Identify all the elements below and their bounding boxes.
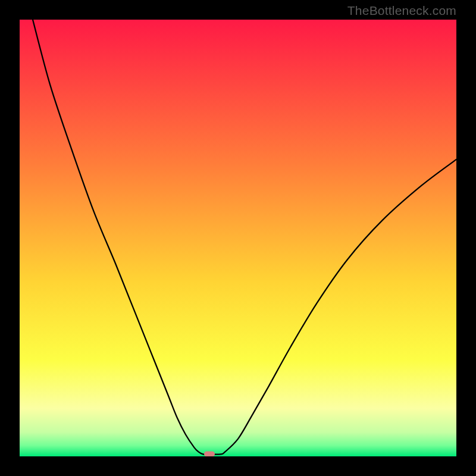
watermark-text: TheBottleneck.com [347, 4, 456, 18]
plot-area [20, 20, 456, 456]
optimal-point-marker [204, 452, 215, 456]
bottleneck-curve [20, 20, 456, 456]
